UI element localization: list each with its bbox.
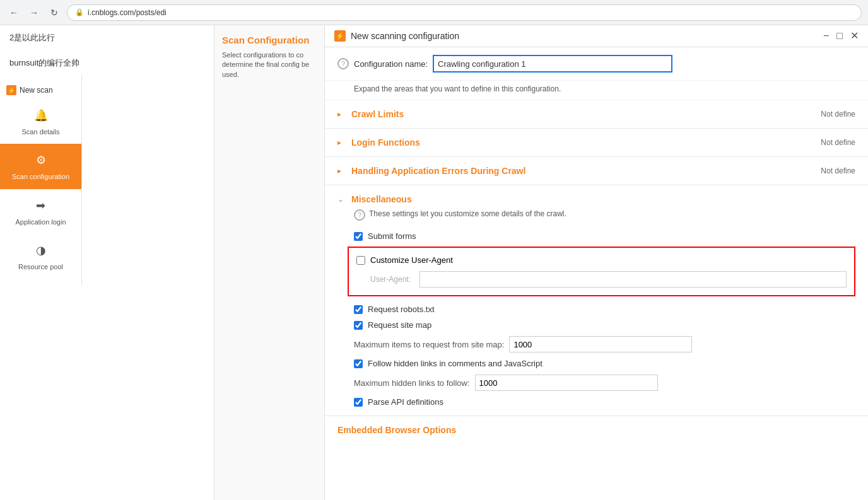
forward-button[interactable]: → bbox=[26, 5, 42, 20]
gear-icon: ⚙ bbox=[32, 151, 50, 169]
address-text: i.cnblogs.com/posts/edi bbox=[88, 8, 167, 17]
user-agent-input[interactable] bbox=[419, 271, 847, 288]
crawl-limits-title: Crawl Limits bbox=[351, 109, 404, 119]
dialog-bolt-icon: ⚡ bbox=[334, 30, 346, 42]
submit-forms-label: Submit forms bbox=[368, 231, 416, 241]
scan-configuration-label: Scan configuration bbox=[12, 172, 69, 181]
scan-details-label: Scan details bbox=[22, 127, 60, 136]
user-agent-label: User-Agent: bbox=[370, 275, 414, 284]
config-name-row: ? Configuration name: bbox=[325, 47, 868, 81]
login-functions-chevron: ▸ bbox=[337, 138, 346, 147]
submit-forms-checkbox[interactable] bbox=[354, 232, 363, 241]
miscellaneous-section: ⌄ Miscellaneous ? These settings let you… bbox=[325, 185, 868, 416]
sidebar-item-resource-pool[interactable]: ◑ Resource pool bbox=[0, 234, 81, 279]
customize-user-agent-label: Customize User-Agent bbox=[370, 255, 453, 265]
back-button[interactable]: ← bbox=[6, 5, 21, 20]
crawl-limits-status: Not define bbox=[821, 110, 855, 119]
page-content: 2是以此比行 burnsuit的编行全帅 ⚡ New scan 🔔 Scan d… bbox=[0, 25, 214, 500]
scan-config-title: Scan Configuration bbox=[222, 35, 317, 45]
submit-forms-row: Submit forms bbox=[325, 228, 868, 244]
login-icon: ➡ bbox=[32, 197, 50, 214]
follow-hidden-links-label: Follow hidden links in comments and Java… bbox=[368, 359, 542, 368]
login-functions-title: Login Functions bbox=[351, 137, 420, 148]
maximize-button[interactable]: □ bbox=[836, 31, 843, 41]
bell-icon: 🔔 bbox=[32, 107, 50, 124]
misc-help-icon: ? bbox=[354, 209, 365, 221]
max-sitemap-label: Maximum items to request from site map: bbox=[354, 340, 504, 349]
max-hidden-label: Maximum hidden links to follow: bbox=[354, 378, 470, 388]
dialog-title: New scanning configuration bbox=[351, 31, 818, 41]
address-bar[interactable]: 🔒 i.cnblogs.com/posts/edi bbox=[67, 4, 862, 21]
user-agent-field-row: User-Agent: bbox=[356, 267, 847, 290]
misc-desc-text: These settings let you customize some de… bbox=[369, 209, 566, 218]
window-controls: − □ ✕ bbox=[823, 31, 859, 41]
pool-icon: ◑ bbox=[32, 241, 50, 259]
new-scan-label: New scan bbox=[20, 86, 53, 95]
max-sitemap-input[interactable] bbox=[509, 336, 692, 352]
dialog-area: ⚡ New scanning configuration − □ ✕ ? Con… bbox=[325, 25, 868, 500]
bolt-icon: ⚡ bbox=[6, 85, 16, 95]
handling-errors-title: Handling Application Errors During Crawl bbox=[351, 166, 525, 176]
customize-user-agent-section: Customize User-Agent User-Agent: bbox=[348, 247, 855, 296]
crawl-limits-chevron: ▸ bbox=[337, 110, 346, 119]
help-icon: ? bbox=[337, 58, 349, 69]
dialog-titlebar: ⚡ New scanning configuration − □ ✕ bbox=[325, 25, 868, 47]
handling-errors-status: Not define bbox=[821, 166, 855, 175]
new-scan-header: ⚡ New scan bbox=[0, 81, 81, 99]
misc-description-row: ? These settings let you customize some … bbox=[325, 209, 868, 228]
max-hidden-row: Maximum hidden links to follow: bbox=[325, 371, 868, 394]
refresh-button[interactable]: ↻ bbox=[47, 5, 62, 20]
customize-user-agent-checkbox[interactable] bbox=[356, 256, 365, 265]
max-sitemap-row: Maximum items to request from site map: bbox=[325, 333, 868, 356]
parse-api-checkbox[interactable] bbox=[354, 398, 363, 407]
scan-config-desc: Select configurations to co determine th… bbox=[222, 50, 317, 79]
main-container: 2是以此比行 burnsuit的编行全帅 ⚡ New scan 🔔 Scan d… bbox=[0, 25, 868, 500]
request-sitemap-checkbox[interactable] bbox=[354, 321, 363, 330]
dialog-content: ▸ Crawl Limits Not define ▸ Login Functi… bbox=[325, 100, 868, 500]
expand-hint: Expand the areas that you want to define… bbox=[325, 81, 868, 100]
user-agent-checkbox-row: Customize User-Agent bbox=[356, 253, 847, 267]
misc-title: Miscellaneous bbox=[351, 194, 412, 204]
request-robots-row: Request robots.txt bbox=[325, 301, 868, 317]
follow-hidden-links-checkbox[interactable] bbox=[354, 359, 363, 368]
miscellaneous-header[interactable]: ⌄ Miscellaneous bbox=[325, 185, 868, 209]
handling-errors-chevron: ▸ bbox=[337, 166, 346, 175]
config-name-input[interactable] bbox=[433, 55, 672, 73]
sidebar-item-application-login[interactable]: ➡ Application login bbox=[0, 189, 81, 234]
handling-errors-section[interactable]: ▸ Handling Application Errors During Cra… bbox=[325, 157, 868, 185]
scan-config-panel: Scan Configuration Select configurations… bbox=[214, 25, 325, 500]
config-name-label: Configuration name: bbox=[354, 59, 428, 69]
page-text-line1: 2是以此比行 bbox=[0, 25, 214, 50]
crawl-limits-section[interactable]: ▸ Crawl Limits Not define bbox=[325, 100, 868, 129]
max-hidden-input[interactable] bbox=[475, 375, 658, 391]
request-sitemap-label: Request site map bbox=[368, 320, 431, 330]
parse-api-row: Parse API definitions bbox=[325, 394, 868, 416]
lock-icon: 🔒 bbox=[75, 8, 84, 16]
parse-api-label: Parse API definitions bbox=[368, 397, 443, 407]
request-sitemap-row: Request site map bbox=[325, 317, 868, 333]
login-functions-section[interactable]: ▸ Login Functions Not define bbox=[325, 129, 868, 157]
embedded-browser-title: Embedded Browser Options bbox=[325, 416, 868, 439]
minimize-button[interactable]: − bbox=[823, 31, 829, 41]
sidebar-item-scan-configuration[interactable]: ⚙ Scan configuration bbox=[0, 144, 81, 189]
application-login-label: Application login bbox=[15, 218, 66, 226]
request-robots-label: Request robots.txt bbox=[368, 305, 435, 314]
login-functions-status: Not define bbox=[821, 138, 855, 147]
sidebar-item-scan-details[interactable]: 🔔 Scan details bbox=[0, 99, 81, 144]
browser-chrome: ← → ↻ 🔒 i.cnblogs.com/posts/edi bbox=[0, 0, 868, 25]
request-robots-checkbox[interactable] bbox=[354, 305, 363, 314]
page-text-line2: burnsuit的编行全帅 bbox=[0, 50, 214, 76]
follow-hidden-links-row: Follow hidden links in comments and Java… bbox=[325, 356, 868, 371]
scan-sidebar: ⚡ New scan 🔔 Scan details ⚙ Scan configu… bbox=[0, 75, 82, 285]
misc-chevron: ⌄ bbox=[337, 195, 346, 204]
close-button[interactable]: ✕ bbox=[850, 31, 859, 41]
resource-pool-label: Resource pool bbox=[18, 262, 63, 271]
